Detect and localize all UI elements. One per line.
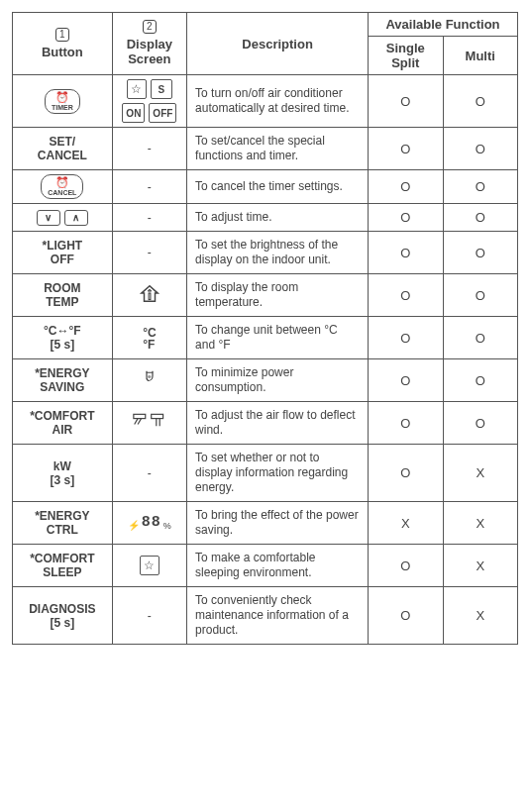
description-cell: To conveniently check maintenance inform… [187,587,369,645]
off-icon: OFF [149,103,176,123]
header-button-label: Button [42,46,83,60]
header-button-number: 1 [55,28,69,42]
header-screen-label: Display Screen [119,38,180,67]
single-split-cell: O [369,359,443,402]
description-cell: To set the brightness of the display on … [187,232,369,274]
description-cell: To set whether or not to display informa… [187,445,369,502]
svg-line-6 [135,418,138,424]
button-label: SET/CANCEL [38,135,87,162]
svg-rect-5 [134,414,146,418]
star-icon: ☆ [127,79,147,99]
svg-rect-8 [152,414,163,418]
no-display-icon: - [148,246,152,259]
table-row: SET/CANCEL - To set/cancel the special f… [13,128,518,170]
single-split-cell: O [369,587,443,645]
header-screen-number: 2 [143,20,157,34]
button-cell: ⏰ CANCEL [13,170,113,204]
multi-cell: X [443,445,517,502]
button-label: ROOMTEMP [44,281,80,309]
display-screen-cell: - [112,170,186,204]
button-label: *ENERGYSAVING [35,366,89,394]
single-split-cell: O [369,317,443,359]
bolt-icon: ⚡ [128,520,140,531]
table-row: ∨ ∧ - To adjust time. O O [13,204,518,232]
single-split-cell: O [369,232,443,274]
svg-line-7 [138,418,141,424]
energy-ctrl-display-icon: ⚡ 88 % [128,514,171,531]
function-reference-table: 1 Button 2 Display Screen Description Av… [12,12,518,645]
percent-label: % [163,521,171,531]
svg-rect-0 [149,293,151,299]
display-screen-cell: ☆ [112,545,186,587]
button-label: kW[3 s] [50,459,74,487]
button-cell: °C↔°F[5 s] [13,317,113,359]
description-cell: To cancel the timer settings. [187,170,369,204]
button-cell: ROOMTEMP [13,274,113,317]
button-cell: ∨ ∧ [13,204,113,232]
table-row: ⏰ TIMER ☆ S ON OFF To turn on/off air co… [13,75,518,128]
energy-saving-icon: e [141,377,159,391]
description-cell: To minimize power consumption. [187,359,369,402]
description-cell: To adjust the air flow to deflect wind. [187,402,369,445]
description-cell: To set/cancel the special functions and … [187,128,369,170]
button-label: *ENERGYCTRL [35,509,89,537]
table-row: *COMFORTSLEEP ☆ To make a comfortable sl… [13,545,518,587]
display-screen-cell: - [112,445,186,502]
timer-display-icons: ☆ S ON OFF [119,79,180,123]
header-multi: Multi [443,37,517,75]
segment-display: 88 [142,514,161,531]
description-cell: To bring the effect of the power saving. [187,502,369,545]
single-split-cell: O [369,204,443,232]
button-cell: *COMFORTSLEEP [13,545,113,587]
arrow-buttons: ∨ ∧ [37,210,88,226]
button-cell: *COMFORTAIR [13,402,113,445]
single-split-cell: O [369,402,443,445]
button-cell: *LIGHTOFF [13,232,113,274]
button-cell: *ENERGYSAVING [13,359,113,402]
comfort-air-icon [133,421,166,435]
multi-cell: O [443,232,517,274]
single-split-cell: O [369,545,443,587]
button-label: *COMFORTAIR [30,409,94,437]
arrow-down-icon: ∨ [37,210,60,226]
single-split-cell: O [369,75,443,128]
single-split-cell: O [369,128,443,170]
description-cell: To turn on/off air conditioner automatic… [187,75,369,128]
button-cell: ⏰ TIMER [13,75,113,128]
table-row: *ENERGYCTRL ⚡ 88 % To bring the effect o… [13,502,518,545]
celsius-fahrenheit-icon: °C °F [143,327,156,351]
multi-cell: O [443,317,517,359]
single-split-cell: O [369,274,443,317]
multi-cell: O [443,128,517,170]
table-row: *ENERGYSAVING e To minimize power consum… [13,359,518,402]
table-row: *LIGHTOFF - To set the brightness of the… [13,232,518,274]
button-label: DIAGNOSIS[5 s] [29,602,95,630]
celsius-label: °C [143,327,156,339]
header-button: 1 Button [13,13,113,75]
button-cell: SET/CANCEL [13,128,113,170]
multi-cell: O [443,204,517,232]
button-label: *COMFORTSLEEP [30,552,94,579]
table-row: DIAGNOSIS[5 s] - To conveniently check m… [13,587,518,645]
multi-cell: O [443,170,517,204]
description-cell: To make a comfortable sleeping environme… [187,545,369,587]
button-label: °C↔°F[5 s] [44,324,81,352]
description-cell: To display the room temperature. [187,274,369,317]
no-display-icon: - [148,609,152,623]
display-screen-cell [112,402,186,445]
cancel-button-icon: ⏰ CANCEL [41,174,83,199]
multi-cell: X [443,502,517,545]
display-screen-cell: ☆ S ON OFF [112,75,186,128]
table-row: kW[3 s] - To set whether or not to displ… [13,445,518,502]
display-screen-cell: °C °F [112,317,186,359]
multi-cell: X [443,545,517,587]
display-screen-cell: - [112,128,186,170]
table-row: °C↔°F[5 s] °C °F To change unit between … [13,317,518,359]
arrow-up-icon: ∧ [64,210,88,226]
no-display-icon: - [148,211,152,225]
clock-icon: ⏰ [55,177,69,188]
display-screen-cell: - [112,587,186,645]
table-row: ⏰ CANCEL - To cancel the timer settings.… [13,170,518,204]
timer-button-icon: ⏰ TIMER [45,89,80,114]
table-row: ROOMTEMP To display the room temperature… [13,274,518,317]
